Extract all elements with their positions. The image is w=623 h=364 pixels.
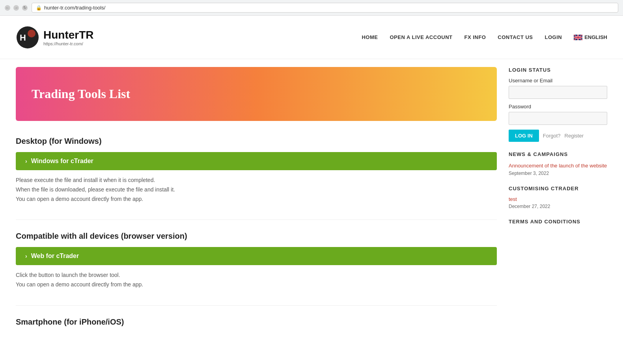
register-link[interactable]: Register	[565, 133, 584, 139]
browser-section-title: Compatible with all devices (browser ver…	[16, 232, 497, 241]
web-ctrader-button[interactable]: › Web for cTrader	[16, 247, 497, 265]
logo-image: H	[16, 26, 39, 49]
forward-button[interactable]: →	[13, 5, 19, 11]
login-button[interactable]: LOG IN	[509, 130, 539, 142]
news-item-1: Announcement of the launch of the websit…	[509, 162, 607, 176]
password-input[interactable]	[509, 112, 607, 125]
nav-fx-info[interactable]: FX INFO	[464, 34, 486, 40]
logo-text: HunterTR https://hunter-tr.com/	[43, 29, 94, 46]
password-label: Password	[509, 104, 607, 110]
web-btn-label: Web for cTrader	[31, 253, 79, 260]
section-divider-1	[16, 219, 497, 220]
browser-controls: ← → ↻	[5, 5, 28, 11]
logo-url: https://hunter-tr.com/	[43, 41, 94, 46]
customising-title: CUSTOMISING CTRADER	[509, 186, 607, 191]
svg-point-2	[28, 30, 35, 37]
section-divider-2	[16, 305, 497, 306]
reload-button[interactable]: ↻	[22, 5, 28, 11]
smartphone-section-title: Smartphone (for iPhone/iOS)	[16, 318, 497, 327]
desktop-description: Please execute the file and install it w…	[16, 176, 497, 204]
news-section: NEWS & CAMPAIGNS Announcement of the lau…	[509, 151, 607, 176]
svg-rect-11	[574, 37, 582, 38]
smartphone-section: Smartphone (for iPhone/iOS)	[16, 314, 497, 333]
content-area: Trading Tools List Desktop (for Windows)…	[16, 67, 497, 333]
lock-icon: 🔒	[36, 5, 42, 11]
url-text: hunter-tr.com/trading-tools/	[44, 5, 105, 11]
chevron-icon: ›	[25, 158, 27, 164]
chevron-icon-2: ›	[25, 253, 27, 259]
forgot-link[interactable]: Forgot?	[543, 133, 561, 139]
address-bar[interactable]: 🔒 hunter-tr.com/trading-tools/	[32, 3, 618, 13]
browser-bar: ← → ↻ 🔒 hunter-tr.com/trading-tools/	[0, 0, 623, 16]
login-status-title: LOGIN STATUS	[509, 67, 607, 73]
nav-home[interactable]: HOME	[362, 34, 378, 40]
login-actions: LOG IN Forgot? Register	[509, 130, 607, 142]
news-date-1: September 3, 2022	[509, 171, 607, 176]
back-button[interactable]: ←	[5, 5, 10, 11]
windows-btn-label: Windows for cTrader	[31, 158, 93, 165]
hero-banner: Trading Tools List	[16, 67, 497, 121]
custom-link-1[interactable]: test	[509, 196, 607, 202]
customising-section: CUSTOMISING CTRADER test December 27, 20…	[509, 186, 607, 209]
browser-description: Click the button to launch the browser t…	[16, 271, 497, 290]
main-nav: HOME OPEN A LIVE ACCOUNT FX INFO CONTACT…	[362, 34, 607, 40]
terms-title: TERMS AND CONDITIONS	[509, 219, 607, 225]
browser-section: Compatible with all devices (browser ver…	[16, 228, 497, 301]
svg-text:H: H	[20, 33, 26, 43]
desc-line-3: You can open a demo account directly fro…	[16, 195, 497, 204]
flag-icon	[574, 35, 582, 40]
site-header: H HunterTR https://hunter-tr.com/ HOME O…	[0, 16, 623, 59]
username-label: Username or Email	[509, 78, 607, 84]
desc-line-2: When the file is downloaded, please exec…	[16, 185, 497, 195]
terms-section: TERMS AND CONDITIONS	[509, 219, 607, 225]
desktop-section-title: Desktop (for Windows)	[16, 137, 497, 146]
news-link-1[interactable]: Announcement of the launch of the websit…	[509, 162, 607, 170]
login-status-section: LOGIN STATUS Username or Email Password …	[509, 67, 607, 142]
custom-date-1: December 27, 2022	[509, 204, 607, 209]
language-label: ENGLISH	[584, 34, 607, 40]
browser-desc-line-2: You can open a demo account directly fro…	[16, 280, 497, 290]
nav-contact-us[interactable]: CONTACT US	[498, 34, 533, 40]
username-input[interactable]	[509, 86, 607, 99]
logo-title: HunterTR	[43, 29, 94, 41]
browser-desc-line-1: Click the button to launch the browser t…	[16, 271, 497, 280]
hero-title: Trading Tools List	[32, 87, 481, 101]
sidebar: LOGIN STATUS Username or Email Password …	[509, 67, 607, 333]
logo-area: H HunterTR https://hunter-tr.com/	[16, 26, 94, 49]
nav-open-account[interactable]: OPEN A LIVE ACCOUNT	[390, 34, 452, 40]
nav-login[interactable]: LOGIN	[545, 34, 562, 40]
desktop-section: Desktop (for Windows) › Windows for cTra…	[16, 133, 497, 215]
language-selector[interactable]: ENGLISH	[574, 34, 607, 40]
desc-line-1: Please execute the file and install it w…	[16, 176, 497, 185]
windows-ctrader-button[interactable]: › Windows for cTrader	[16, 152, 497, 170]
main-wrapper: Trading Tools List Desktop (for Windows)…	[0, 59, 623, 341]
news-title: NEWS & CAMPAIGNS	[509, 151, 607, 157]
